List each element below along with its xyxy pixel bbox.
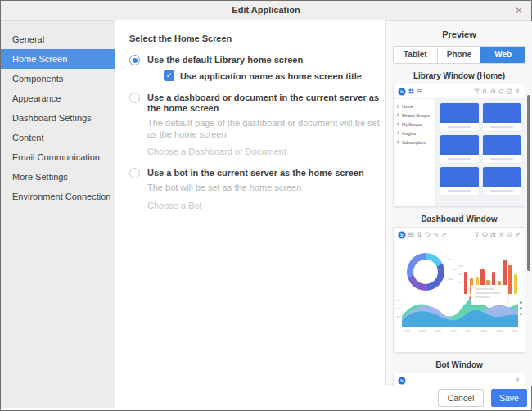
preview-sidebar-item-my-groups: My Groups	[394, 120, 435, 129]
search-icon	[482, 88, 488, 94]
tab-web[interactable]: Web	[480, 47, 525, 63]
axis-label-dash	[458, 273, 463, 275]
person-icon	[498, 232, 504, 237]
home-screen-settings: Select the Home Screen Use the default L…	[115, 20, 385, 391]
legend-dot	[520, 307, 522, 309]
sidebar-item-email-communication[interactable]: Email Communication	[1, 147, 115, 167]
list-view-icon	[417, 88, 422, 94]
option-bot: Use a bot in the current server as the h…	[129, 168, 385, 210]
library-item-card	[440, 103, 479, 131]
filter-icon	[474, 88, 480, 94]
library-item-card	[440, 135, 479, 163]
donut-chart	[407, 253, 444, 291]
table-icon	[408, 232, 414, 237]
dashboard-preview-toolbar	[394, 228, 525, 242]
dashboard-window-preview	[393, 227, 525, 353]
preview-panel: Preview Tablet Phone Web Library Window …	[385, 21, 532, 386]
panel-scrollbar-thumb[interactable]	[527, 95, 530, 271]
group-icon	[396, 122, 400, 126]
sidebar-item-home-screen[interactable]: Home Screen	[1, 49, 115, 69]
dashboard-preview-canvas	[394, 242, 525, 353]
person-icon	[515, 377, 521, 383]
target-icon	[490, 88, 496, 94]
preview-sidebar-item-default-groups: Default Groups	[394, 111, 435, 120]
bot-window-preview	[393, 373, 525, 386]
calendar-check-icon	[507, 88, 512, 94]
edit-application-dialog: Edit Application – ✕ General Home Screen…	[0, 0, 532, 411]
preview-sidebar-item-insights: Insights	[394, 129, 435, 138]
choose-dashboard-link[interactable]: Choose a Dashboard or Document	[147, 147, 385, 156]
brand-logo-icon	[398, 231, 406, 239]
library-item-card	[483, 135, 521, 163]
sidebar-item-more-settings[interactable]: More Settings	[1, 167, 115, 187]
library-window-title: Library Window (Home)	[386, 71, 532, 80]
tab-tablet[interactable]: Tablet	[394, 47, 437, 63]
library-preview-toolbar	[394, 84, 525, 99]
library-item-card	[440, 167, 479, 195]
y-axis-dashes	[396, 300, 401, 318]
export-icon	[490, 232, 496, 237]
option-description: The bot will be set as the home screen	[147, 183, 364, 194]
bookmark-icon	[417, 232, 422, 237]
axis-label-dash	[458, 282, 463, 283]
tab-phone[interactable]: Phone	[437, 47, 481, 63]
share-icon	[441, 232, 447, 237]
sidebar-item-components[interactable]: Components	[1, 69, 115, 88]
checkbox-app-name-title[interactable]: ✓	[164, 70, 174, 81]
library-window-preview: Home Default Groups My Groups Insights S…	[393, 84, 525, 207]
axis-label-dash	[448, 278, 453, 280]
monitor-icon	[482, 232, 488, 237]
sidebar-item-appearance[interactable]: Appearance	[1, 88, 115, 108]
x-axis-dashes	[404, 330, 518, 332]
radio-dashboard-document[interactable]	[129, 93, 140, 103]
insight-icon	[396, 131, 400, 135]
radio-default-library[interactable]	[129, 55, 140, 65]
cancel-button[interactable]: Cancel	[438, 389, 484, 407]
grid-view-icon	[408, 88, 414, 94]
option-dashboard-document: Use a dashboard or document in the curre…	[129, 93, 385, 156]
group-icon	[396, 113, 400, 117]
preview-sidebar-item-subscriptions: Subscriptions	[394, 138, 435, 147]
home-icon	[396, 104, 400, 108]
bell-icon	[498, 88, 504, 94]
mini-bar	[508, 265, 512, 294]
option-label[interactable]: Use a bot in the current server as the h…	[147, 168, 364, 178]
titlebar: Edit Application – ✕	[1, 1, 531, 21]
library-preview-grid	[436, 99, 525, 206]
checkbox-label[interactable]: Use application name as home screen titl…	[180, 71, 362, 81]
pencil-icon	[515, 232, 521, 237]
history-icon	[425, 232, 431, 237]
sidebar-item-general[interactable]: General	[1, 29, 115, 49]
dialog-footer: Cancel Save	[438, 386, 531, 410]
chart-tooltip	[471, 285, 507, 305]
preview-device-tabs: Tablet Phone Web	[393, 46, 525, 64]
bot-preview-toolbar	[394, 373, 525, 386]
settings-nav-sidebar: General Home Screen Components Appearanc…	[1, 21, 115, 408]
choose-bot-link[interactable]: Choose a Bot	[147, 201, 364, 210]
radio-bot[interactable]	[129, 168, 140, 178]
brand-logo-icon	[398, 88, 406, 96]
legend-dot	[520, 313, 522, 315]
mini-bar	[464, 272, 467, 294]
option-description: The default page of the dashboard or doc…	[147, 118, 385, 140]
library-item-card	[483, 167, 521, 195]
minimize-icon[interactable]: –	[498, 6, 503, 16]
axis-label-dash	[451, 269, 457, 270]
axis-label-dash	[448, 259, 453, 260]
option-label[interactable]: Use a dashboard or document in the curre…	[147, 93, 385, 114]
sidebar-item-dashboard-settings[interactable]: Dashboard Settings	[1, 108, 115, 128]
close-icon[interactable]: ✕	[515, 6, 523, 16]
dashboard-window-title: Dashboard Window	[386, 215, 532, 224]
dialog-title: Edit Application	[1, 5, 531, 15]
option-label[interactable]: Use the default Library home screen	[147, 55, 362, 65]
subscriptions-icon	[396, 140, 400, 144]
person-icon	[515, 88, 521, 94]
save-button[interactable]: Save	[491, 389, 527, 407]
brand-logo-icon	[398, 377, 406, 385]
sidebar-item-environment-connection[interactable]: Environment Connection	[1, 187, 115, 206]
library-preview-sidebar: Home Default Groups My Groups Insights S…	[394, 99, 436, 206]
plus-icon	[429, 122, 433, 126]
sidebar-item-content[interactable]: Content	[1, 128, 115, 147]
section-heading: Select the Home Screen	[129, 34, 385, 43]
axis-label-dash	[458, 265, 463, 267]
